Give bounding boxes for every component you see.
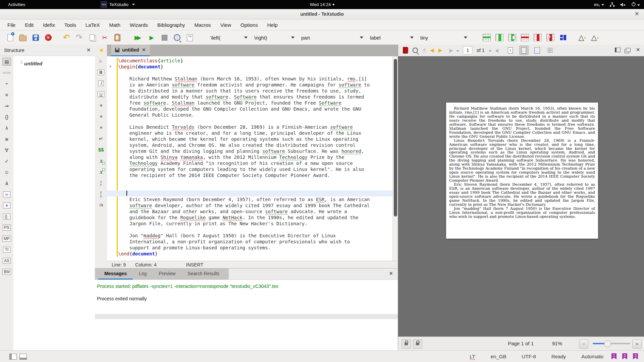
code-line[interactable]: Technology Academy Finland "in recogniti… <box>118 160 392 166</box>
sidebar-item-symbols-delimiters[interactable]: {} <box>0 111 13 122</box>
sidebar-item-metapost-commands[interactable]: MP <box>0 233 13 244</box>
messages-tab-search-results[interactable]: Search Results <box>181 268 225 280</box>
sidebar-item-structure-panel[interactable]: ▤ <box>0 56 13 67</box>
redo-button[interactable]: ↷ <box>75 34 83 42</box>
menu-options[interactable]: Options <box>236 22 263 28</box>
messages-tab-preview[interactable]: Preview <box>153 268 181 280</box>
menu-wizards[interactable]: Wizards <box>125 22 153 28</box>
add-table-row-button[interactable] <box>483 34 491 42</box>
pdf-previous-page-button[interactable]: « <box>457 46 459 54</box>
code-line[interactable]: operating system for computers leading t… <box>118 166 392 172</box>
open-document-button[interactable] <box>19 34 27 42</box>
edit-tool-bold[interactable]: B <box>95 67 107 78</box>
sidebar-item-symbols-relations[interactable]: ≡ <box>0 89 13 100</box>
pdf-grid-mode-button[interactable] <box>546 46 555 55</box>
pdf-single-page-mode-button[interactable]: 1 <box>506 46 515 55</box>
bookmark-badge-2[interactable]: 2 <box>622 353 627 359</box>
toggle-sidebar-icon[interactable] <box>9 354 17 360</box>
remove-table-column-button[interactable] <box>534 34 542 42</box>
code-area[interactable]: \documentclass{article}\begin{document} … <box>118 58 392 257</box>
fold-arrow-icon[interactable]: ▾ <box>109 64 111 69</box>
code-line[interactable]: Richard Matthew Stallman (born March 16,… <box>118 76 392 82</box>
view-pdf-button[interactable] <box>173 34 181 42</box>
remove-table-row-button[interactable] <box>521 34 529 42</box>
edit-tool-underline[interactable]: U <box>95 89 107 100</box>
pdf-next-page-button[interactable]: » <box>489 46 491 54</box>
bookmark-badge-1[interactable]: 1 <box>611 353 616 359</box>
toolbar-dropdown-4[interactable]: tiny <box>417 33 471 42</box>
code-line[interactable]: Eric Steven Raymond (born December 4, 19… <box>118 196 392 202</box>
sidebar-item-tikz-commands[interactable]: TI <box>0 244 13 255</box>
system-status-area[interactable]: es₁ <box>594 0 640 9</box>
code-line[interactable] <box>107 190 396 196</box>
paste-table-column-button[interactable] <box>508 34 516 42</box>
edit-tool-align-left[interactable]: ≡ <box>95 100 107 111</box>
edit-tool-italic[interactable]: I <box>95 78 107 89</box>
sidebar-item-pstricks-commands[interactable]: PS <box>0 222 13 233</box>
status-item-ready[interactable]: Ready <box>551 354 566 359</box>
sidebar-item-left-delimiters[interactable]: ([· <box>0 211 13 222</box>
code-line[interactable]: support and promote Linux-based operatin… <box>118 245 392 251</box>
pdf-forward-icon[interactable]: ▶ <box>438 46 442 54</box>
messages-close-button[interactable]: ✕ <box>389 270 393 277</box>
sidebar-item-symbols-infinity[interactable]: ∞ <box>0 189 13 200</box>
toolbar-dropdown-1[interactable]: \right) <box>251 33 298 42</box>
edit-tool-fraction-stacked[interactable]: xy <box>95 177 107 188</box>
zoom-out-button[interactable]: − <box>579 339 588 349</box>
sidebar-item-symbols-arrows[interactable]: ⇒ <box>0 100 13 111</box>
sidebar-item-symbols-star[interactable]: ∗ <box>0 200 13 211</box>
zoom-slider[interactable] <box>593 343 630 344</box>
view-log-button[interactable]: log <box>186 34 194 42</box>
pdf-back-icon[interactable]: ◀ <box>430 46 434 54</box>
cut-table-column-button[interactable]: ✗ <box>546 34 554 42</box>
code-line[interactable]: along with Shinya Yamanaka, with the 201… <box>118 154 392 160</box>
menu-file[interactable]: File <box>3 22 20 28</box>
messages-tab-messages[interactable]: Messages <box>98 268 133 280</box>
pdf-continuous-mode-button[interactable] <box>519 46 529 55</box>
code-line[interactable]: be distributed in a manner such that its… <box>118 88 392 94</box>
code-line[interactable] <box>118 184 392 190</box>
sidebar-item-asymptote-commands[interactable]: AS <box>0 255 13 266</box>
pdf-page-input[interactable]: 1 <box>463 46 472 54</box>
status-item-automatic[interactable]: Automatic <box>581 354 604 359</box>
sync-source-lock-icon[interactable] <box>401 339 411 349</box>
pdf-last-page-button[interactable]: »| <box>495 46 498 54</box>
menu-math[interactable]: Math <box>104 22 125 28</box>
code-line[interactable]: is an American software freedom activist… <box>118 82 392 88</box>
edit-tool-previous-change[interactable] <box>95 45 107 56</box>
previous-warning-button[interactable]: △ <box>577 34 585 42</box>
code-line[interactable]: Linus Benedict Torvalds (born December 2… <box>118 124 392 130</box>
align-table-columns-button[interactable] <box>559 34 567 42</box>
activities-button[interactable]: Activities <box>5 0 29 9</box>
code-line[interactable]: Foundation, developed the GNU Compiler C… <box>118 106 392 112</box>
menu-view[interactable]: View <box>216 22 236 28</box>
build-and-view-button[interactable]: ▶▶ <box>133 34 143 42</box>
window-close-button[interactable]: ✕ <box>635 9 639 19</box>
code-line[interactable]: distribute and modify that software. Sof… <box>118 94 392 100</box>
sidebar-item-symbols-cyrillic[interactable]: ж <box>0 133 13 144</box>
status-item-utf-8[interactable]: UTF-8 <box>522 354 536 359</box>
status-item-en-gb[interactable]: en_GB <box>491 354 506 359</box>
sync-view-lock-icon[interactable] <box>413 339 422 349</box>
pdf-two-page-mode-button[interactable] <box>533 46 542 55</box>
bookmark-badge-3[interactable]: 3 <box>633 353 638 359</box>
copy-button[interactable] <box>88 34 96 42</box>
compile-button[interactable]: ▶ <box>148 34 156 42</box>
edit-tool-next-change[interactable] <box>95 56 107 67</box>
pdf-detach-window-icon[interactable] <box>626 48 631 52</box>
zoom-slider-handle[interactable] <box>604 340 611 347</box>
structure-tree-root-item[interactable]: untitled <box>19 61 95 66</box>
edit-tool-align-right[interactable]: ≡ <box>95 122 107 133</box>
editor-tab-untitled[interactable]: untitled ✕ <box>111 45 150 56</box>
menu-latex[interactable]: LaTeX <box>81 22 105 28</box>
sidebar-item-symbols-misc[interactable]: ☺ <box>0 167 13 178</box>
sidebar-item-symbols-accents[interactable]: á <box>0 178 13 189</box>
edit-tool-inline-math[interactable]: $$ <box>95 144 107 155</box>
cut-button[interactable]: ✂ <box>101 34 109 42</box>
messages-tab-log[interactable]: Log <box>133 268 153 280</box>
pdf-dock-icon[interactable] <box>615 48 621 52</box>
toolbar-dropdown-0[interactable]: \left( <box>207 33 251 42</box>
undo-button[interactable]: ↶ <box>62 34 70 42</box>
sidebar-item-beamer-commands[interactable]: BM <box>0 266 13 277</box>
keyboard-layout-indicator[interactable]: es₁ <box>594 2 604 7</box>
